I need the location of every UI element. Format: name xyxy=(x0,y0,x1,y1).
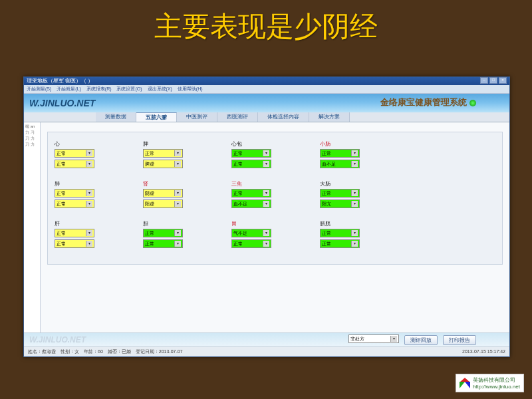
organ-combo[interactable]: 正常▾ xyxy=(55,149,94,158)
maximize-button[interactable]: □ xyxy=(489,77,497,84)
organ-combo[interactable]: 正常▾ xyxy=(320,189,360,198)
chevron-down-icon: ▾ xyxy=(174,150,181,156)
status-led-icon xyxy=(469,100,476,106)
left-sidebar: 端 an 力 习 刀 力 刀 力 xyxy=(24,122,41,332)
organ-combo[interactable]: 正常▾ xyxy=(231,149,271,158)
chevron-down-icon: ▾ xyxy=(174,161,181,167)
organ-label: 大肠 xyxy=(320,180,396,188)
tab-exam-content[interactable]: 体检选择内容 xyxy=(258,112,309,122)
combo-value: 血不足 xyxy=(233,200,247,207)
combo-value: 正常 xyxy=(145,229,154,237)
tab-measure-data[interactable]: 测量数据 xyxy=(96,112,136,122)
system-name: 金络康宝健康管理系统 xyxy=(380,96,476,108)
combo-value: 正常 xyxy=(233,150,243,157)
organ-combo[interactable]: 正常▾ xyxy=(320,149,360,158)
organ-combo[interactable]: 正常▾ xyxy=(55,200,94,208)
combo-value: 正常 xyxy=(57,150,66,157)
organ-combo[interactable]: 正常▾ xyxy=(55,189,94,198)
workspace: 端 an 力 习 刀 力 刀 力 心正常▾正常▾脾正常▾脾虚▾心包正常▾正常▾小… xyxy=(24,122,509,332)
close-button[interactable]: × xyxy=(499,77,507,84)
print-button[interactable]: 打印报告 xyxy=(443,335,476,345)
chevron-down-icon: ▾ xyxy=(174,241,181,247)
combo-value: 正常 xyxy=(145,150,154,157)
organ-combo[interactable]: 正常▾ xyxy=(231,189,271,198)
menu-help[interactable]: 使用帮助(H) xyxy=(178,86,203,91)
organ-combo[interactable]: 血不足▾ xyxy=(320,160,360,168)
menu-start-measure[interactable]: 开始测量(S) xyxy=(27,86,51,91)
organ-combo[interactable]: 正常▾ xyxy=(231,239,271,248)
organ-combo[interactable]: 脾虚▾ xyxy=(143,160,183,168)
combo-value: 正常 xyxy=(322,240,331,247)
chevron-down-icon: ▾ xyxy=(390,336,397,342)
organ-combo[interactable]: 正常▾ xyxy=(231,160,271,168)
menu-exit[interactable]: 退出系统(X) xyxy=(148,86,172,91)
organ-label: 胆 xyxy=(143,220,219,227)
menu-settings[interactable]: 系统设置(O) xyxy=(116,86,142,91)
chevron-down-icon: ▾ xyxy=(351,190,358,196)
combo-value: 正常 xyxy=(57,200,66,207)
chevron-down-icon: ▾ xyxy=(86,201,92,207)
tab-bar: 测量数据 五脏六腑 中医测评 西医测评 体检选择内容 解决方案 xyxy=(24,112,509,122)
organ-combo[interactable]: 正常▾ xyxy=(320,239,360,248)
company-url: http://www.jinluo.net xyxy=(473,384,520,390)
organ-group-0: 心正常▾正常▾ xyxy=(55,140,131,176)
chevron-down-icon: ▾ xyxy=(351,230,358,236)
organ-combo[interactable]: 阴虚▾ xyxy=(143,189,183,198)
tab-tcm-eval[interactable]: 中医测评 xyxy=(177,112,217,122)
tab-spacer xyxy=(24,112,96,122)
organ-group-7: 大肠正常▾阳亢▾ xyxy=(320,180,396,216)
chevron-down-icon: ▾ xyxy=(263,150,269,156)
organ-combo[interactable]: 正常▾ xyxy=(320,229,360,237)
organ-panel: 心正常▾正常▾脾正常▾脾虚▾心包正常▾正常▾小肠正常▾血不足▾肺正常▾正常▾肾阴… xyxy=(47,132,503,265)
chevron-down-icon: ▾ xyxy=(351,241,358,247)
organ-label: 肺 xyxy=(55,180,131,188)
tab-western-eval[interactable]: 西医测评 xyxy=(217,112,258,122)
combo-value: 正常 xyxy=(233,190,243,197)
organ-combo[interactable]: 正常▾ xyxy=(143,229,183,237)
header-logo: W.JINLUO.NET xyxy=(29,98,95,108)
slide-title: 主要表现是少阴经 xyxy=(0,0,532,51)
chevron-down-icon: ▾ xyxy=(86,230,92,236)
chevron-down-icon: ▾ xyxy=(86,150,92,156)
window-title: 理采地板（星军 御医）（ ） xyxy=(27,77,93,85)
combo-value: 阴虚 xyxy=(145,190,154,197)
organ-label: 心包 xyxy=(231,140,308,148)
combo-value: 正常 xyxy=(145,240,154,247)
prescription-select[interactable]: 非处方▾ xyxy=(348,334,399,343)
window-titlebar: 理采地板（星军 御医）（ ） – □ × xyxy=(24,77,509,85)
tab-solutions[interactable]: 解决方案 xyxy=(309,112,350,122)
form-area: 心正常▾正常▾脾正常▾脾虚▾心包正常▾正常▾小肠正常▾血不足▾肺正常▾正常▾肾阴… xyxy=(41,122,509,332)
chevron-down-icon: ▾ xyxy=(174,230,181,236)
menu-start-measure2[interactable]: 开始就量(L) xyxy=(57,86,81,91)
organ-group-8: 肝正常▾正常▾ xyxy=(55,220,131,256)
chevron-down-icon: ▾ xyxy=(263,161,269,167)
organ-combo[interactable]: 正常▾ xyxy=(55,229,94,237)
status-patient-info: 姓名：蔡淑霞 性别：女 年龄：60 婚否：已婚 登记日期：2013-07-07 xyxy=(28,347,183,356)
organ-combo[interactable]: 阳虚▾ xyxy=(143,200,183,208)
organ-label: 膀胱 xyxy=(320,220,396,227)
tab-organs[interactable]: 五脏六腑 xyxy=(136,112,177,122)
organ-group-1: 脾正常▾脾虚▾ xyxy=(143,140,219,176)
chevron-down-icon: ▾ xyxy=(86,161,92,167)
organ-label: 三焦 xyxy=(231,180,308,188)
organ-combo[interactable]: 正常▾ xyxy=(143,239,183,248)
organ-combo[interactable]: 正常▾ xyxy=(143,149,183,158)
minimize-button[interactable]: – xyxy=(480,77,488,84)
status-bar: 姓名：蔡淑霞 性别：女 年龄：60 婚否：已婚 登记日期：2013-07-07 … xyxy=(24,346,509,356)
organ-group-11: 膀胱正常▾正常▾ xyxy=(320,220,396,256)
organ-group-4: 肺正常▾正常▾ xyxy=(55,180,131,216)
review-button[interactable]: 测评回放 xyxy=(404,335,438,345)
organ-combo[interactable]: 气不足▾ xyxy=(231,229,271,237)
header-banner: W.JINLUO.NET 金络康宝健康管理系统 xyxy=(24,94,509,112)
chevron-down-icon: ▾ xyxy=(351,161,358,167)
organ-label: 肝 xyxy=(55,220,131,227)
organ-label: 脾 xyxy=(143,140,219,148)
combo-value: 正常 xyxy=(322,229,331,237)
organ-combo[interactable]: 正常▾ xyxy=(55,239,94,248)
combo-value: 正常 xyxy=(57,160,66,168)
organ-combo[interactable]: 血不足▾ xyxy=(231,200,271,208)
combo-value: 正常 xyxy=(233,160,243,168)
organ-combo[interactable]: 阳亢▾ xyxy=(320,200,360,208)
menu-reports[interactable]: 系统报表(R) xyxy=(86,86,112,91)
organ-combo[interactable]: 正常▾ xyxy=(55,160,94,168)
